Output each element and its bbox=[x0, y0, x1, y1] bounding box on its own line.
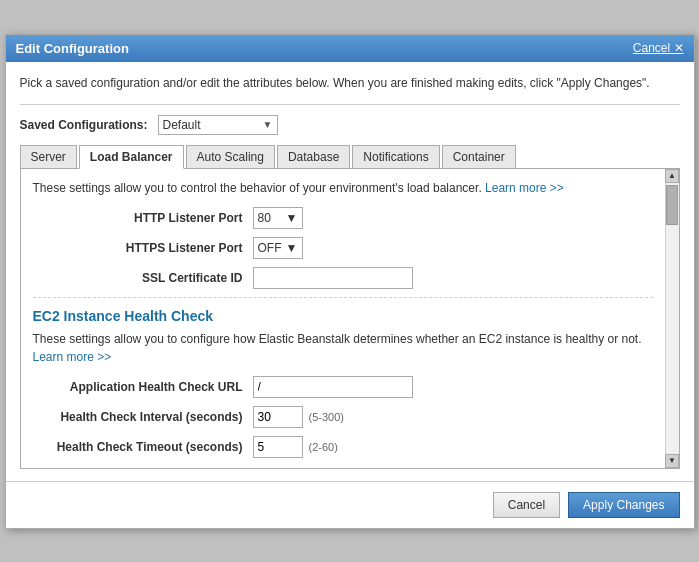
section-info-text: These settings allow you to configure ho… bbox=[33, 330, 653, 366]
tab-content-wrapper: These settings allow you to control the … bbox=[20, 169, 680, 469]
scrollbar-thumb[interactable] bbox=[666, 185, 678, 225]
dialog-header: Edit Configuration Cancel ✕ bbox=[6, 35, 694, 62]
dialog-body: Pick a saved configuration and/or edit t… bbox=[6, 62, 694, 481]
dialog-footer: Cancel Apply Changes bbox=[6, 481, 694, 528]
tab-server[interactable]: Server bbox=[20, 145, 77, 168]
section-title: EC2 Instance Health Check bbox=[33, 308, 653, 324]
https-port-row: HTTPS Listener Port OFF ▼ bbox=[33, 237, 653, 259]
health-timeout-label: Health Check Timeout (seconds) bbox=[33, 440, 253, 454]
dialog-title: Edit Configuration bbox=[16, 41, 129, 56]
ssl-cert-label: SSL Certificate ID bbox=[33, 271, 253, 285]
section-learn-more-link[interactable]: Learn more >> bbox=[33, 350, 112, 364]
https-port-select[interactable]: OFF ▼ bbox=[253, 237, 303, 259]
health-timeout-input[interactable] bbox=[253, 436, 303, 458]
https-port-arrow-icon: ▼ bbox=[286, 241, 298, 255]
header-divider bbox=[20, 104, 680, 105]
tab-load-balancer[interactable]: Load Balancer bbox=[79, 145, 184, 169]
https-port-value: OFF bbox=[258, 241, 282, 255]
saved-config-label: Saved Configurations: bbox=[20, 118, 148, 132]
http-port-row: HTTP Listener Port 80 ▼ bbox=[33, 207, 653, 229]
scrollbar-up-btn[interactable]: ▲ bbox=[665, 169, 679, 183]
edit-configuration-dialog: Edit Configuration Cancel ✕ Pick a saved… bbox=[5, 34, 695, 529]
http-port-arrow-icon: ▼ bbox=[286, 211, 298, 225]
section-divider bbox=[33, 297, 653, 298]
health-url-row: Application Health Check URL bbox=[33, 376, 653, 398]
cancel-button[interactable]: Cancel bbox=[493, 492, 560, 518]
scrollbar-down-btn[interactable]: ▼ bbox=[665, 454, 679, 468]
tab-database[interactable]: Database bbox=[277, 145, 350, 168]
health-interval-hint: (5-300) bbox=[309, 411, 344, 423]
health-timeout-hint: (2-60) bbox=[309, 441, 338, 453]
scrollbar[interactable]: ▲ ▼ bbox=[665, 169, 679, 468]
https-port-label: HTTPS Listener Port bbox=[33, 241, 253, 255]
saved-config-arrow-icon: ▼ bbox=[263, 119, 273, 130]
tab-container[interactable]: Container bbox=[442, 145, 516, 168]
health-url-input[interactable] bbox=[253, 376, 413, 398]
saved-config-value: Default bbox=[163, 118, 201, 132]
header-cancel-button[interactable]: Cancel ✕ bbox=[633, 41, 684, 55]
http-port-select[interactable]: 80 ▼ bbox=[253, 207, 303, 229]
tab-auto-scaling[interactable]: Auto Scaling bbox=[186, 145, 275, 168]
description-text: Pick a saved configuration and/or edit t… bbox=[20, 74, 680, 92]
health-timeout-row: Health Check Timeout (seconds) (2-60) bbox=[33, 436, 653, 458]
http-port-label: HTTP Listener Port bbox=[33, 211, 253, 225]
health-url-label: Application Health Check URL bbox=[33, 380, 253, 394]
tab-content: These settings allow you to control the … bbox=[21, 169, 665, 468]
ssl-cert-row: SSL Certificate ID bbox=[33, 267, 653, 289]
tabs-row: Server Load Balancer Auto Scaling Databa… bbox=[20, 145, 680, 169]
saved-config-select[interactable]: Default ▼ bbox=[158, 115, 278, 135]
apply-changes-button[interactable]: Apply Changes bbox=[568, 492, 679, 518]
learn-more-link[interactable]: Learn more >> bbox=[485, 181, 564, 195]
tab-notifications[interactable]: Notifications bbox=[352, 145, 439, 168]
health-interval-row: Health Check Interval (seconds) (5-300) bbox=[33, 406, 653, 428]
health-interval-label: Health Check Interval (seconds) bbox=[33, 410, 253, 424]
saved-config-row: Saved Configurations: Default ▼ bbox=[20, 115, 680, 135]
tab-info-text: These settings allow you to control the … bbox=[33, 179, 653, 197]
ssl-cert-input[interactable] bbox=[253, 267, 413, 289]
health-interval-input[interactable] bbox=[253, 406, 303, 428]
http-port-value: 80 bbox=[258, 211, 271, 225]
